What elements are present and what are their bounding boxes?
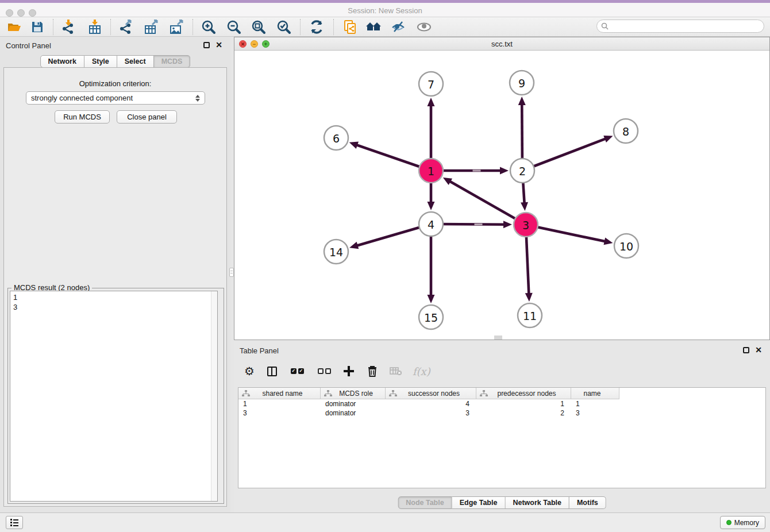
selected-option: strongly connected component (31, 94, 133, 102)
zoom-fit-icon[interactable] (251, 20, 266, 34)
clone-network-icon[interactable] (342, 20, 357, 34)
select-all-icon[interactable]: ✓✓ (291, 368, 304, 374)
hide-eye-icon[interactable] (391, 20, 406, 34)
import-table-icon[interactable] (87, 20, 102, 34)
column-select-icon[interactable] (267, 367, 277, 376)
select-arrows-icon (195, 95, 200, 102)
edge-3-1[interactable] (443, 178, 526, 225)
float-panel-icon[interactable] (203, 42, 210, 48)
table-row[interactable]: 3dominator323 (238, 408, 765, 418)
node-11[interactable]: 11 (518, 303, 542, 327)
tab-edge-table[interactable]: Edge Table (452, 496, 506, 509)
save-session-icon[interactable] (30, 20, 45, 34)
open-session-icon[interactable] (7, 20, 22, 34)
node-label: 2 (519, 165, 526, 178)
close-panel-icon[interactable]: ✕ (215, 41, 222, 48)
close-panel-button[interactable]: Close panel (117, 110, 177, 124)
mcds-tab-content: Optimization criterion: strongly connect… (3, 67, 227, 507)
window-title: Session: New Session (0, 6, 770, 15)
tab-network[interactable]: Network (40, 55, 84, 68)
add-column-icon[interactable] (344, 366, 354, 376)
node-4[interactable]: 4 (419, 212, 443, 236)
table-cell: 1 (238, 399, 321, 408)
close-table-panel-icon[interactable]: ✕ (755, 346, 762, 353)
tab-node-table[interactable]: Node Table (398, 496, 452, 509)
panel-splitter-handle[interactable] (229, 268, 234, 277)
delete-column-icon[interactable] (367, 365, 378, 377)
zoom-selected-icon[interactable] (276, 20, 291, 34)
main-toolbar (0, 17, 770, 37)
import-network-icon[interactable] (61, 20, 76, 34)
gear-icon[interactable]: ⚙ (244, 365, 255, 377)
zoom-out-icon[interactable] (226, 20, 241, 34)
node-7[interactable]: 7 (419, 72, 443, 96)
search-input[interactable] (611, 22, 764, 30)
list-icon (10, 519, 18, 526)
node-label: 10 (619, 240, 633, 253)
network-canvas[interactable]: 7968124314101511 (234, 51, 769, 340)
mcds-result-groupbox: MCDS result (2 nodes) 1 3 (7, 288, 224, 504)
mcds-result-text: 1 3 (13, 292, 17, 312)
node-3[interactable]: 3 (514, 213, 538, 237)
table-panel-title: Table Panel (240, 346, 279, 355)
run-mcds-button[interactable]: Run MCDS (55, 110, 110, 124)
refresh-layout-icon[interactable] (309, 20, 324, 34)
tab-style[interactable]: Style (84, 55, 117, 68)
node-label: 3 (522, 219, 529, 232)
column-header-successor-nodes[interactable]: successor nodes (386, 388, 476, 399)
edge-3-10[interactable] (526, 225, 613, 245)
export-image-icon[interactable] (169, 20, 184, 34)
tree-icon (324, 390, 333, 396)
node-label: 4 (428, 218, 434, 231)
optimization-criterion-select[interactable]: strongly connected component (26, 91, 205, 105)
tab-network-table[interactable]: Network Table (505, 496, 569, 509)
node-15[interactable]: 15 (419, 305, 443, 329)
export-network-icon[interactable] (118, 20, 133, 34)
table-cell: dominator (321, 408, 386, 418)
column-header-MCDS-role[interactable]: MCDS role (321, 388, 386, 399)
node-9[interactable]: 9 (510, 71, 534, 95)
node-14[interactable]: 14 (324, 240, 348, 264)
tab-select[interactable]: Select (117, 55, 154, 68)
zoom-in-icon[interactable] (201, 20, 216, 34)
column-header-predecessor-nodes[interactable]: predecessor nodes (476, 388, 571, 399)
float-table-panel-icon[interactable] (743, 347, 749, 353)
delete-table-icon (390, 367, 402, 376)
canvas-splitter-handle[interactable] (494, 336, 502, 340)
mcds-result-textarea[interactable]: 1 3 (10, 291, 218, 502)
table-cell: 1 (571, 399, 619, 408)
edge-2-8[interactable] (522, 136, 613, 171)
edge-1-6[interactable] (349, 142, 431, 171)
network-window-titlebar[interactable]: ✕ − + scc.txt (234, 37, 769, 51)
home-icon[interactable] (365, 20, 380, 34)
export-table-icon[interactable] (144, 20, 159, 34)
memory-button[interactable]: Memory (720, 516, 765, 529)
tab-mcds[interactable]: MCDS (154, 55, 191, 68)
edge-4-14[interactable] (349, 224, 431, 249)
task-history-button[interactable] (6, 516, 23, 529)
node-label: 15 (424, 311, 438, 324)
node-8[interactable]: 8 (614, 119, 638, 143)
table-header-row: shared nameMCDS rolesuccessor nodesprede… (238, 388, 765, 399)
search-box (596, 20, 764, 33)
edge-label (473, 170, 481, 172)
node-10[interactable]: 10 (614, 234, 638, 258)
deselect-all-icon[interactable] (318, 368, 331, 374)
column-header-shared-name[interactable]: shared name (238, 388, 321, 399)
tree-icon (241, 390, 251, 396)
toolbar-separator (110, 19, 111, 35)
table-body: 1dominator4113dominator323 (238, 399, 765, 418)
function-builder-icon: f(x) (413, 365, 430, 377)
tab-motifs[interactable]: Motifs (569, 496, 606, 509)
table-cell: 2 (476, 408, 571, 418)
table-row[interactable]: 1dominator411 (238, 399, 765, 408)
node-1[interactable]: 1 (419, 159, 443, 183)
table-panel-tabs: Node TableEdge TableNetwork TableMotifs (398, 496, 606, 509)
column-header-name[interactable]: name (571, 388, 619, 399)
result-scrollbar[interactable] (211, 291, 217, 501)
show-eye-icon[interactable] (416, 20, 431, 34)
node-2[interactable]: 2 (510, 159, 534, 183)
table-cell: 3 (386, 408, 476, 418)
node-6[interactable]: 6 (324, 126, 348, 150)
tree-icon (479, 390, 488, 396)
